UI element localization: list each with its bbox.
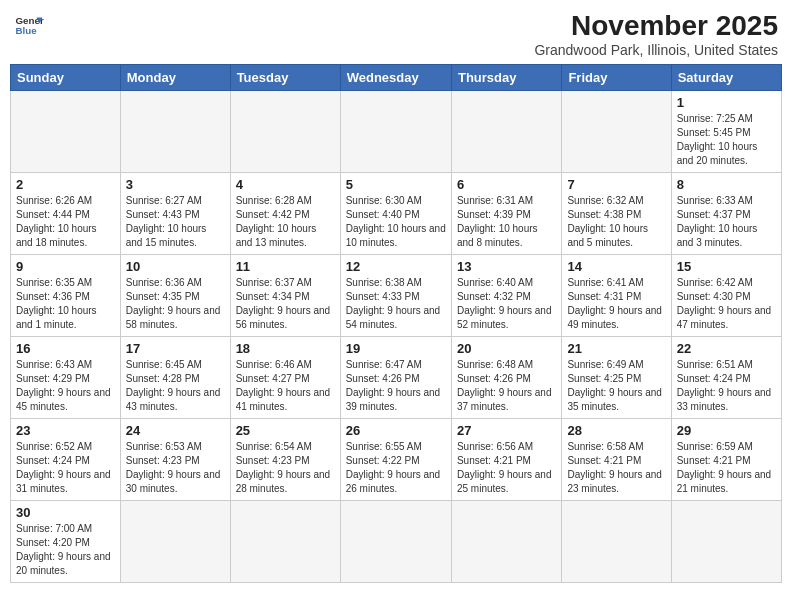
logo: General Blue bbox=[14, 10, 44, 40]
calendar-day-cell bbox=[11, 91, 121, 173]
day-info: Sunrise: 6:45 AM Sunset: 4:28 PM Dayligh… bbox=[126, 358, 225, 414]
day-number: 3 bbox=[126, 177, 225, 192]
weekday-header-thursday: Thursday bbox=[451, 65, 561, 91]
calendar-day-cell: 21Sunrise: 6:49 AM Sunset: 4:25 PM Dayli… bbox=[562, 337, 671, 419]
calendar-week-row: 16Sunrise: 6:43 AM Sunset: 4:29 PM Dayli… bbox=[11, 337, 782, 419]
day-number: 28 bbox=[567, 423, 665, 438]
title-block: November 2025 Grandwood Park, Illinois, … bbox=[534, 10, 778, 58]
day-info: Sunrise: 6:38 AM Sunset: 4:33 PM Dayligh… bbox=[346, 276, 446, 332]
generalblue-logo-icon: General Blue bbox=[14, 10, 44, 40]
weekday-header-friday: Friday bbox=[562, 65, 671, 91]
calendar-day-cell: 4Sunrise: 6:28 AM Sunset: 4:42 PM Daylig… bbox=[230, 173, 340, 255]
calendar-day-cell: 12Sunrise: 6:38 AM Sunset: 4:33 PM Dayli… bbox=[340, 255, 451, 337]
day-number: 30 bbox=[16, 505, 115, 520]
month-title: November 2025 bbox=[534, 10, 778, 42]
calendar-week-row: 23Sunrise: 6:52 AM Sunset: 4:24 PM Dayli… bbox=[11, 419, 782, 501]
day-number: 24 bbox=[126, 423, 225, 438]
calendar-day-cell: 22Sunrise: 6:51 AM Sunset: 4:24 PM Dayli… bbox=[671, 337, 781, 419]
calendar-day-cell bbox=[671, 501, 781, 583]
day-info: Sunrise: 6:58 AM Sunset: 4:21 PM Dayligh… bbox=[567, 440, 665, 496]
day-number: 4 bbox=[236, 177, 335, 192]
location-title: Grandwood Park, Illinois, United States bbox=[534, 42, 778, 58]
day-number: 2 bbox=[16, 177, 115, 192]
svg-text:Blue: Blue bbox=[16, 25, 38, 36]
day-number: 23 bbox=[16, 423, 115, 438]
calendar-day-cell: 24Sunrise: 6:53 AM Sunset: 4:23 PM Dayli… bbox=[120, 419, 230, 501]
calendar-day-cell: 23Sunrise: 6:52 AM Sunset: 4:24 PM Dayli… bbox=[11, 419, 121, 501]
calendar-day-cell bbox=[562, 501, 671, 583]
calendar-day-cell bbox=[340, 501, 451, 583]
calendar-week-row: 2Sunrise: 6:26 AM Sunset: 4:44 PM Daylig… bbox=[11, 173, 782, 255]
day-info: Sunrise: 6:59 AM Sunset: 4:21 PM Dayligh… bbox=[677, 440, 776, 496]
calendar-day-cell: 2Sunrise: 6:26 AM Sunset: 4:44 PM Daylig… bbox=[11, 173, 121, 255]
day-number: 5 bbox=[346, 177, 446, 192]
calendar-day-cell bbox=[230, 91, 340, 173]
calendar-week-row: 9Sunrise: 6:35 AM Sunset: 4:36 PM Daylig… bbox=[11, 255, 782, 337]
day-number: 9 bbox=[16, 259, 115, 274]
calendar-day-cell: 17Sunrise: 6:45 AM Sunset: 4:28 PM Dayli… bbox=[120, 337, 230, 419]
calendar-day-cell bbox=[230, 501, 340, 583]
day-info: Sunrise: 6:53 AM Sunset: 4:23 PM Dayligh… bbox=[126, 440, 225, 496]
day-number: 29 bbox=[677, 423, 776, 438]
day-info: Sunrise: 6:54 AM Sunset: 4:23 PM Dayligh… bbox=[236, 440, 335, 496]
calendar-day-cell: 25Sunrise: 6:54 AM Sunset: 4:23 PM Dayli… bbox=[230, 419, 340, 501]
day-number: 17 bbox=[126, 341, 225, 356]
day-number: 1 bbox=[677, 95, 776, 110]
day-number: 25 bbox=[236, 423, 335, 438]
calendar-day-cell: 27Sunrise: 6:56 AM Sunset: 4:21 PM Dayli… bbox=[451, 419, 561, 501]
day-info: Sunrise: 7:00 AM Sunset: 4:20 PM Dayligh… bbox=[16, 522, 115, 578]
calendar-day-cell: 5Sunrise: 6:30 AM Sunset: 4:40 PM Daylig… bbox=[340, 173, 451, 255]
day-info: Sunrise: 6:31 AM Sunset: 4:39 PM Dayligh… bbox=[457, 194, 556, 250]
weekday-header-saturday: Saturday bbox=[671, 65, 781, 91]
day-info: Sunrise: 6:28 AM Sunset: 4:42 PM Dayligh… bbox=[236, 194, 335, 250]
weekday-header-row: SundayMondayTuesdayWednesdayThursdayFrid… bbox=[11, 65, 782, 91]
day-number: 10 bbox=[126, 259, 225, 274]
calendar-day-cell: 11Sunrise: 6:37 AM Sunset: 4:34 PM Dayli… bbox=[230, 255, 340, 337]
day-info: Sunrise: 6:42 AM Sunset: 4:30 PM Dayligh… bbox=[677, 276, 776, 332]
day-number: 22 bbox=[677, 341, 776, 356]
day-number: 7 bbox=[567, 177, 665, 192]
day-number: 19 bbox=[346, 341, 446, 356]
day-number: 13 bbox=[457, 259, 556, 274]
day-info: Sunrise: 6:49 AM Sunset: 4:25 PM Dayligh… bbox=[567, 358, 665, 414]
day-info: Sunrise: 6:51 AM Sunset: 4:24 PM Dayligh… bbox=[677, 358, 776, 414]
day-number: 20 bbox=[457, 341, 556, 356]
calendar-day-cell: 7Sunrise: 6:32 AM Sunset: 4:38 PM Daylig… bbox=[562, 173, 671, 255]
day-info: Sunrise: 6:48 AM Sunset: 4:26 PM Dayligh… bbox=[457, 358, 556, 414]
day-info: Sunrise: 6:27 AM Sunset: 4:43 PM Dayligh… bbox=[126, 194, 225, 250]
day-info: Sunrise: 6:37 AM Sunset: 4:34 PM Dayligh… bbox=[236, 276, 335, 332]
weekday-header-sunday: Sunday bbox=[11, 65, 121, 91]
day-info: Sunrise: 6:43 AM Sunset: 4:29 PM Dayligh… bbox=[16, 358, 115, 414]
calendar-day-cell: 8Sunrise: 6:33 AM Sunset: 4:37 PM Daylig… bbox=[671, 173, 781, 255]
calendar-day-cell: 19Sunrise: 6:47 AM Sunset: 4:26 PM Dayli… bbox=[340, 337, 451, 419]
calendar-day-cell: 30Sunrise: 7:00 AM Sunset: 4:20 PM Dayli… bbox=[11, 501, 121, 583]
weekday-header-wednesday: Wednesday bbox=[340, 65, 451, 91]
calendar-day-cell: 3Sunrise: 6:27 AM Sunset: 4:43 PM Daylig… bbox=[120, 173, 230, 255]
day-number: 16 bbox=[16, 341, 115, 356]
weekday-header-monday: Monday bbox=[120, 65, 230, 91]
calendar-day-cell bbox=[451, 501, 561, 583]
calendar-day-cell: 29Sunrise: 6:59 AM Sunset: 4:21 PM Dayli… bbox=[671, 419, 781, 501]
day-info: Sunrise: 6:32 AM Sunset: 4:38 PM Dayligh… bbox=[567, 194, 665, 250]
page-header: General Blue November 2025 Grandwood Par… bbox=[10, 10, 782, 58]
day-number: 15 bbox=[677, 259, 776, 274]
day-info: Sunrise: 6:26 AM Sunset: 4:44 PM Dayligh… bbox=[16, 194, 115, 250]
calendar-day-cell: 10Sunrise: 6:36 AM Sunset: 4:35 PM Dayli… bbox=[120, 255, 230, 337]
day-number: 12 bbox=[346, 259, 446, 274]
calendar-day-cell: 15Sunrise: 6:42 AM Sunset: 4:30 PM Dayli… bbox=[671, 255, 781, 337]
calendar-day-cell bbox=[451, 91, 561, 173]
calendar-day-cell bbox=[120, 501, 230, 583]
day-info: Sunrise: 6:40 AM Sunset: 4:32 PM Dayligh… bbox=[457, 276, 556, 332]
day-info: Sunrise: 7:25 AM Sunset: 5:45 PM Dayligh… bbox=[677, 112, 776, 168]
day-info: Sunrise: 6:56 AM Sunset: 4:21 PM Dayligh… bbox=[457, 440, 556, 496]
calendar-day-cell bbox=[562, 91, 671, 173]
calendar-day-cell: 20Sunrise: 6:48 AM Sunset: 4:26 PM Dayli… bbox=[451, 337, 561, 419]
calendar-day-cell: 26Sunrise: 6:55 AM Sunset: 4:22 PM Dayli… bbox=[340, 419, 451, 501]
day-number: 6 bbox=[457, 177, 556, 192]
day-info: Sunrise: 6:41 AM Sunset: 4:31 PM Dayligh… bbox=[567, 276, 665, 332]
calendar-day-cell: 18Sunrise: 6:46 AM Sunset: 4:27 PM Dayli… bbox=[230, 337, 340, 419]
calendar-week-row: 1Sunrise: 7:25 AM Sunset: 5:45 PM Daylig… bbox=[11, 91, 782, 173]
weekday-header-tuesday: Tuesday bbox=[230, 65, 340, 91]
calendar-day-cell bbox=[340, 91, 451, 173]
calendar-day-cell: 13Sunrise: 6:40 AM Sunset: 4:32 PM Dayli… bbox=[451, 255, 561, 337]
